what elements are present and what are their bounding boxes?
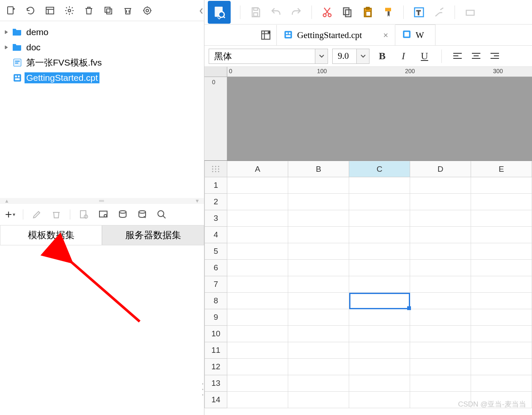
cell[interactable] <box>227 227 288 243</box>
cell[interactable] <box>471 392 532 408</box>
horizontal-splitter[interactable]: ▲ ═ ▼ <box>0 198 204 204</box>
config-icon[interactable] <box>97 209 109 220</box>
cell[interactable] <box>349 194 410 210</box>
doc-tab-active[interactable]: GettingStarted.cpt × <box>276 25 395 45</box>
search-icon[interactable] <box>156 209 168 220</box>
row-header[interactable]: 4 <box>204 227 227 243</box>
delete-icon[interactable] <box>83 5 95 16</box>
cell[interactable] <box>288 177 349 194</box>
cell[interactable] <box>471 227 532 243</box>
cell[interactable] <box>349 260 410 276</box>
cell[interactable] <box>471 342 532 359</box>
undo-icon[interactable] <box>267 3 285 22</box>
cell[interactable] <box>410 243 471 260</box>
row-header[interactable]: 12 <box>204 359 227 375</box>
cell[interactable] <box>288 309 349 326</box>
cell[interactable] <box>349 243 410 260</box>
cell[interactable] <box>349 359 410 375</box>
tree-folder-demo[interactable]: demo <box>0 25 204 40</box>
row-header[interactable]: 11 <box>204 342 227 359</box>
delete-dataset-icon[interactable] <box>50 209 62 220</box>
cell[interactable] <box>471 260 532 276</box>
cell[interactable] <box>349 293 410 309</box>
preview-icon[interactable] <box>78 209 90 220</box>
target-icon[interactable] <box>141 5 153 16</box>
cell[interactable] <box>410 359 471 375</box>
cell[interactable] <box>227 243 288 260</box>
column-header[interactable]: D <box>410 161 471 177</box>
cell[interactable] <box>471 194 532 210</box>
cell[interactable] <box>471 326 532 342</box>
cell[interactable] <box>410 260 471 276</box>
cell[interactable] <box>349 375 410 392</box>
cell[interactable] <box>288 194 349 210</box>
new-tab-button[interactable] <box>255 25 276 45</box>
cell[interactable] <box>288 392 349 408</box>
collapse-left-icon[interactable] <box>199 7 204 15</box>
tree-file-fvs[interactable]: 第一张FVS模板.fvs <box>0 55 204 70</box>
cell[interactable] <box>349 326 410 342</box>
bold-button[interactable]: B <box>374 49 391 64</box>
cell[interactable] <box>227 260 288 276</box>
horizontal-ruler[interactable]: 0 100 200 300 <box>227 67 532 77</box>
vertical-splitter[interactable]: ••• <box>201 381 205 398</box>
cell[interactable] <box>410 392 471 408</box>
cell[interactable] <box>410 210 471 227</box>
new-file-icon[interactable] <box>5 5 17 16</box>
cell[interactable] <box>288 375 349 392</box>
cell[interactable] <box>410 309 471 326</box>
save-icon[interactable] <box>246 3 265 22</box>
row-header[interactable]: 8 <box>204 293 227 309</box>
cell[interactable] <box>288 260 349 276</box>
cell[interactable] <box>227 276 288 293</box>
tree-folder-doc[interactable]: doc <box>0 40 204 55</box>
font-family-combo[interactable]: 黑体 <box>209 49 328 64</box>
cell[interactable] <box>410 342 471 359</box>
row-header[interactable]: 14 <box>204 392 227 408</box>
column-header[interactable]: B <box>288 161 349 177</box>
paste-icon[interactable] <box>358 3 377 22</box>
vertical-ruler[interactable]: 0 <box>204 77 227 160</box>
cell[interactable] <box>410 375 471 392</box>
cell[interactable] <box>288 342 349 359</box>
more-icon[interactable] <box>461 3 480 22</box>
doc-tab-next[interactable]: W <box>395 25 436 45</box>
cell[interactable] <box>227 194 288 210</box>
cut-icon[interactable] <box>318 3 336 22</box>
cell[interactable] <box>227 392 288 408</box>
cell[interactable] <box>410 177 471 194</box>
cell[interactable] <box>349 227 410 243</box>
cell[interactable] <box>410 276 471 293</box>
column-header[interactable]: E <box>471 161 532 177</box>
cell[interactable] <box>410 293 471 309</box>
italic-button[interactable]: I <box>395 49 412 64</box>
cell[interactable] <box>349 309 410 326</box>
cell[interactable] <box>227 359 288 375</box>
cell[interactable] <box>288 359 349 375</box>
cell[interactable] <box>471 293 532 309</box>
select-all-corner[interactable] <box>204 161 227 177</box>
cell[interactable] <box>288 293 349 309</box>
cell[interactable] <box>227 210 288 227</box>
cell[interactable] <box>349 276 410 293</box>
cell[interactable] <box>227 309 288 326</box>
cell[interactable] <box>288 326 349 342</box>
cell[interactable] <box>227 342 288 359</box>
database-2-icon[interactable] <box>136 209 148 220</box>
effect-icon[interactable] <box>430 3 449 22</box>
add-dataset-button[interactable]: +▾ <box>5 209 15 220</box>
row-header[interactable]: 13 <box>204 375 227 392</box>
cell[interactable] <box>349 342 410 359</box>
cell[interactable] <box>349 177 410 194</box>
cell[interactable] <box>349 392 410 408</box>
underline-button[interactable]: U <box>416 49 433 64</box>
format-painter-icon[interactable] <box>379 3 397 22</box>
cell[interactable] <box>471 309 532 326</box>
cell[interactable] <box>471 177 532 194</box>
cell[interactable] <box>227 326 288 342</box>
align-right-icon[interactable] <box>488 49 502 64</box>
cell[interactable] <box>227 177 288 194</box>
chevron-down-icon[interactable] <box>356 49 369 63</box>
copy-doc-icon[interactable] <box>338 3 357 22</box>
cell[interactable] <box>288 210 349 227</box>
